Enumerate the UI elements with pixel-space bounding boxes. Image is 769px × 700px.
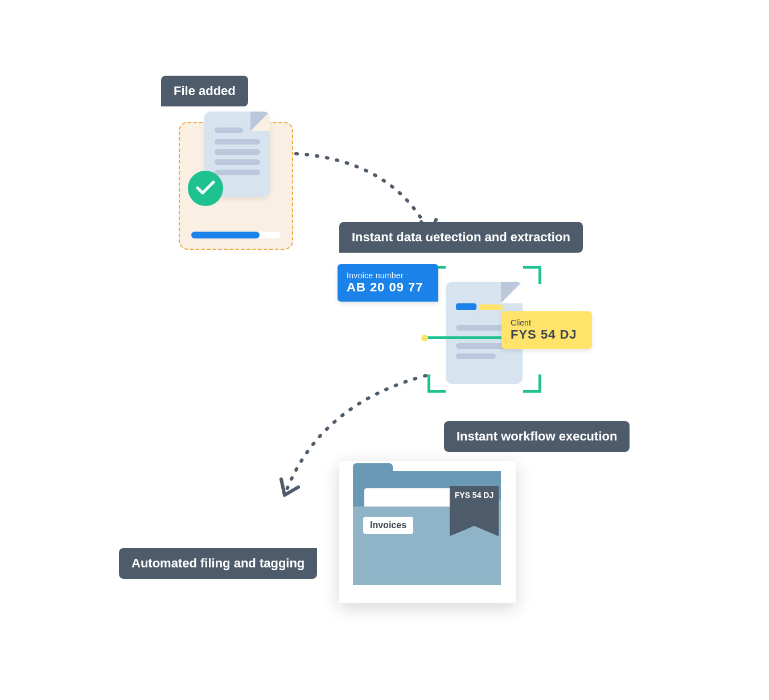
invoice-number-chip: Invoice number AB 20 09 77 bbox=[338, 264, 438, 302]
invoice-number-value: AB 20 09 77 bbox=[347, 280, 423, 295]
client-chip: Client FYS 54 DJ bbox=[501, 311, 592, 349]
result-folder-card: Invoices FYS 54 DJ bbox=[339, 461, 516, 603]
folder-label: Invoices bbox=[363, 517, 413, 534]
invoice-number-caption: Invoice number bbox=[347, 271, 423, 280]
step-label-extraction: Instant data detection and extraction bbox=[339, 222, 583, 253]
scan-endpoint-left bbox=[421, 335, 428, 341]
checkmark-icon bbox=[188, 171, 223, 206]
step-label-file-added: File added bbox=[161, 76, 248, 106]
workflow-diagram: File added Instant data detection and ex… bbox=[0, 0, 769, 700]
client-value: FYS 54 DJ bbox=[511, 327, 577, 342]
step-label-workflow: Instant workflow execution bbox=[444, 421, 630, 452]
tag-ribbon-text: FYS 54 DJ bbox=[455, 491, 494, 500]
client-caption: Client bbox=[511, 318, 577, 327]
step-label-filing: Automated filing and tagging bbox=[119, 548, 317, 579]
tag-ribbon: FYS 54 DJ bbox=[450, 486, 499, 526]
upload-progress-fill bbox=[191, 232, 260, 238]
